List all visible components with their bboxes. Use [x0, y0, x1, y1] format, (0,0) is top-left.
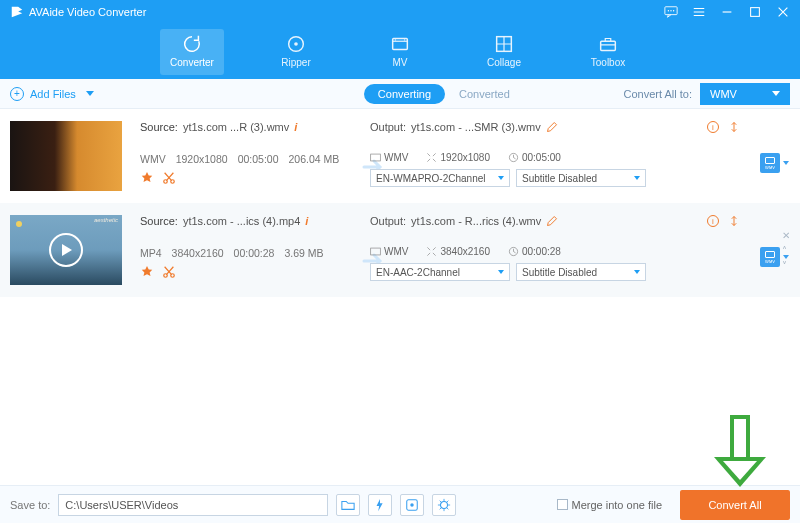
nav-collage[interactable]: Collage: [472, 29, 536, 75]
output-format-button[interactable]: WMV: [760, 151, 790, 175]
info-icon[interactable]: i: [305, 215, 308, 227]
app-logo-icon: [10, 5, 24, 19]
source-resolution: 3840x2160: [172, 247, 224, 259]
subtitle-value: Subtitle Disabled: [522, 173, 597, 184]
remove-row-icon[interactable]: ✕: [782, 230, 790, 241]
hwaccel-button[interactable]: [368, 494, 392, 516]
merge-checkbox[interactable]: [557, 499, 568, 510]
nav-ripper[interactable]: Ripper: [264, 29, 328, 75]
source-duration: 00:05:00: [238, 153, 279, 165]
convert-all-button[interactable]: Convert All: [680, 490, 790, 520]
mv-icon: [389, 33, 411, 55]
chevron-down-icon: [783, 161, 789, 165]
menu-icon[interactable]: [692, 5, 706, 19]
encoder-value: EN-WMAPRO-2Channel: [376, 173, 485, 184]
edit-icon[interactable]: [546, 121, 558, 133]
trim-icon[interactable]: [162, 265, 176, 279]
app-title: AVAide Video Converter: [29, 6, 146, 18]
source-filename: yt1s.com - ...ics (4).mp4: [183, 215, 300, 227]
effects-icon[interactable]: [140, 171, 154, 185]
thumbnail[interactable]: [10, 121, 122, 191]
compress-icon[interactable]: [728, 121, 740, 133]
subtitle-select[interactable]: Subtitle Disabled: [516, 169, 646, 187]
file-row: Source: yt1s.com ...R (3).wmv i WMV 1920…: [0, 109, 800, 203]
save-path-value: C:\Users\USER\Videos: [65, 499, 178, 511]
svg-point-9: [404, 39, 405, 40]
converter-icon: [181, 33, 203, 55]
output-label: Output:: [370, 121, 406, 133]
nav-label: MV: [393, 57, 408, 68]
source-filename: yt1s.com ...R (3).wmv: [183, 121, 289, 133]
subtitle-select[interactable]: Subtitle Disabled: [516, 263, 646, 281]
output-resolution: 1920x1080: [440, 152, 490, 163]
app-logo: AVAide Video Converter: [10, 5, 146, 19]
svg-point-6: [294, 42, 298, 46]
chevron-down-icon: [86, 91, 94, 96]
play-icon: [49, 233, 83, 267]
thumbnail[interactable]: aesthetic: [10, 215, 122, 285]
minimize-icon[interactable]: [720, 5, 734, 19]
trim-icon[interactable]: [162, 171, 176, 185]
output-info-icon[interactable]: i: [707, 215, 719, 227]
chevron-down-icon: [772, 91, 780, 96]
chevron-down-icon: [634, 176, 640, 180]
output-filename: yt1s.com - ...SMR (3).wmv: [411, 121, 541, 133]
output-format: WMV: [384, 152, 408, 163]
edit-icon[interactable]: [546, 215, 558, 227]
merge-label: Merge into one file: [572, 499, 663, 511]
plus-icon: +: [10, 87, 24, 101]
file-row: aesthetic Source: yt1s.com - ...ics (4).…: [0, 203, 800, 297]
feedback-icon[interactable]: [664, 5, 678, 19]
settings-button[interactable]: [432, 494, 456, 516]
nav-mv[interactable]: MV: [368, 29, 432, 75]
bottom-bar: Save to: C:\Users\USER\Videos Merge into…: [0, 485, 800, 523]
output-resolution: 3840x2160: [440, 246, 490, 257]
maximize-icon[interactable]: [748, 5, 762, 19]
file-list: Source: yt1s.com ...R (3).wmv i WMV 1920…: [0, 109, 800, 297]
save-to-label: Save to:: [10, 499, 50, 511]
move-down-icon[interactable]: ˅: [782, 260, 790, 271]
close-icon[interactable]: [776, 5, 790, 19]
output-duration: 00:05:00: [522, 152, 561, 163]
convert-all-to-label: Convert All to:: [624, 88, 692, 100]
svg-point-2: [670, 10, 671, 11]
merge-option[interactable]: Merge into one file: [557, 499, 663, 511]
convert-all-label: Convert All: [708, 499, 761, 511]
output-label: Output:: [370, 215, 406, 227]
sub-bar: + Add Files Converting Converted Convert…: [0, 79, 800, 109]
nav-label: Ripper: [281, 57, 310, 68]
svg-rect-14: [371, 154, 381, 161]
tab-converting[interactable]: Converting: [364, 84, 445, 104]
nav-converter[interactable]: Converter: [160, 29, 224, 75]
svg-point-21: [411, 503, 415, 507]
svg-point-8: [395, 39, 396, 40]
source-label: Source:: [140, 215, 178, 227]
info-icon[interactable]: i: [294, 121, 297, 133]
encoder-value: EN-AAC-2Channel: [376, 267, 460, 278]
subtitle-value: Subtitle Disabled: [522, 267, 597, 278]
compress-icon[interactable]: [728, 215, 740, 227]
svg-rect-18: [371, 248, 381, 255]
effects-icon[interactable]: [140, 265, 154, 279]
move-up-icon[interactable]: ˄: [782, 245, 790, 256]
source-format: WMV: [140, 153, 166, 165]
output-format: WMV: [384, 246, 408, 257]
source-format: MP4: [140, 247, 162, 259]
format-badge-label: WMV: [765, 165, 775, 170]
chevron-down-icon: [498, 176, 504, 180]
encoder-select[interactable]: EN-WMAPRO-2Channel: [370, 169, 510, 187]
source-duration: 00:00:28: [234, 247, 275, 259]
source-label: Source:: [140, 121, 178, 133]
svg-point-22: [441, 501, 448, 508]
add-files-button[interactable]: + Add Files: [10, 87, 94, 101]
source-size: 206.04 MB: [289, 153, 340, 165]
nav-toolbox[interactable]: Toolbox: [576, 29, 640, 75]
encoder-select[interactable]: EN-AAC-2Channel: [370, 263, 510, 281]
save-path-select[interactable]: C:\Users\USER\Videos: [58, 494, 328, 516]
task-schedule-button[interactable]: [400, 494, 424, 516]
target-format-select[interactable]: WMV: [700, 83, 790, 105]
tab-converted[interactable]: Converted: [445, 84, 524, 104]
open-folder-button[interactable]: [336, 494, 360, 516]
title-bar: AVAide Video Converter: [0, 0, 800, 24]
output-info-icon[interactable]: i: [707, 121, 719, 133]
